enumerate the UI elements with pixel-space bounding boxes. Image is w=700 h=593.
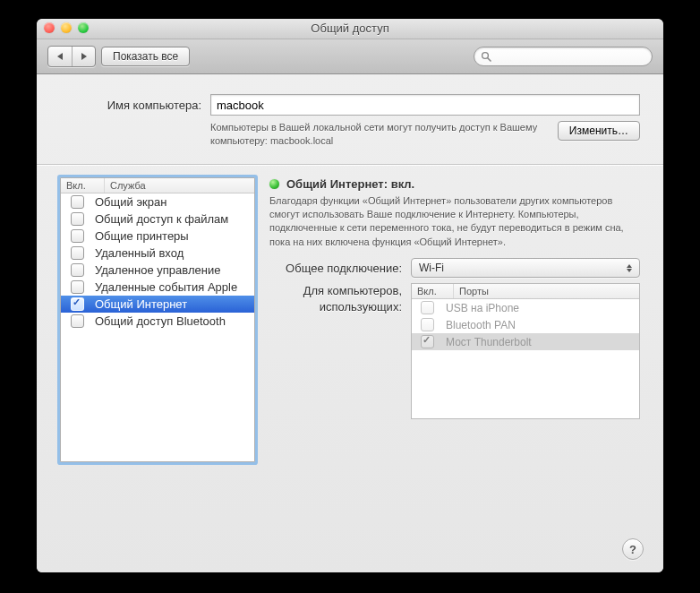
share-from-row: Общее подключение: Wi-Fi	[269, 258, 640, 278]
service-row[interactable]: Общий доступ к файлам	[61, 211, 254, 228]
computer-hint: Компьютеры в Вашей локальной сети могут …	[210, 121, 549, 148]
service-row[interactable]: Общий доступ Bluetooth	[61, 313, 254, 330]
service-row[interactable]: Общие принтеры	[61, 228, 254, 245]
computer-hint-row: Компьютеры в Вашей локальной сети могут …	[60, 121, 640, 148]
service-label: Удаленные события Apple	[93, 280, 254, 294]
service-checkbox[interactable]	[71, 314, 84, 328]
minimize-icon[interactable]	[61, 22, 72, 33]
port-checkbox[interactable]	[421, 335, 434, 348]
service-label: Общий доступ Bluetooth	[93, 314, 254, 328]
computer-name-input[interactable]	[210, 94, 640, 116]
port-checkbox[interactable]	[421, 318, 434, 331]
computer-name-label: Имя компьютера:	[60, 99, 201, 112]
detail-header: Общий Интернет: вкл.	[269, 177, 640, 191]
ports-header: Вкл. Порты	[412, 284, 639, 299]
service-checkbox[interactable]	[71, 297, 84, 311]
chevron-right-icon	[81, 53, 87, 60]
services-col-on: Вкл.	[61, 178, 105, 193]
detail-title: Общий Интернет: вкл.	[286, 177, 414, 191]
status-on-icon	[269, 179, 279, 189]
share-from-popup[interactable]: Wi-Fi	[411, 258, 640, 278]
ports-col-port: Порты	[454, 284, 639, 298]
service-checkbox[interactable]	[71, 246, 84, 260]
port-checkbox[interactable]	[421, 301, 434, 314]
services-body: Общий экранОбщий доступ к файламОбщие пр…	[61, 193, 254, 461]
port-row[interactable]: USB на iPhone	[412, 299, 639, 316]
service-detail: Общий Интернет: вкл. Благодаря функции «…	[269, 177, 640, 462]
footer: ?	[622, 538, 644, 560]
services-col-service: Служба	[105, 178, 254, 193]
detail-description: Благодаря функции «Общий Интернет» польз…	[269, 194, 640, 250]
titlebar: Общий доступ	[37, 19, 663, 39]
service-checkbox[interactable]	[71, 263, 84, 277]
service-row[interactable]: Общий Интернет	[61, 296, 254, 313]
port-row[interactable]: Мост Thunderbolt	[412, 333, 639, 350]
updown-icon	[623, 261, 636, 275]
port-row[interactable]: Bluetooth PAN	[412, 316, 639, 333]
service-row[interactable]: Удаленное управление	[61, 262, 254, 279]
services-header: Вкл. Служба	[61, 178, 254, 193]
port-label: Мост Thunderbolt	[442, 336, 639, 348]
svg-line-1	[488, 58, 491, 61]
svg-point-0	[482, 53, 489, 59]
nav-seg	[47, 46, 96, 67]
help-button[interactable]: ?	[622, 538, 644, 560]
prefs-window: Общий доступ Показать все Имя компьютера…	[37, 19, 663, 572]
service-row[interactable]: Удаленные события Apple	[61, 279, 254, 296]
service-label: Общий доступ к файлам	[93, 212, 254, 226]
chevron-left-icon	[57, 53, 63, 60]
toolbar: Показать все	[37, 39, 663, 74]
service-label: Удаленное управление	[93, 263, 254, 277]
back-button[interactable]	[48, 47, 72, 66]
ports-body: USB на iPhoneBluetooth PANМост Thunderbo…	[412, 299, 639, 350]
show-all-button[interactable]: Показать все	[101, 47, 190, 66]
close-icon[interactable]	[44, 22, 55, 33]
service-label: Общие принтеры	[93, 229, 254, 243]
window-title: Общий доступ	[311, 21, 388, 35]
ports-wrap: Вкл. Порты USB на iPhoneBluetooth PANМос…	[411, 283, 640, 419]
service-checkbox[interactable]	[71, 280, 84, 294]
main-split: Вкл. Служба Общий экранОбщий доступ к фа…	[60, 177, 640, 462]
services-table[interactable]: Вкл. Служба Общий экранОбщий доступ к фа…	[60, 177, 255, 462]
service-label: Общий Интернет	[93, 297, 254, 311]
share-from-label: Общее подключение:	[269, 262, 402, 275]
search-icon	[481, 51, 491, 62]
service-label: Общий экран	[93, 195, 254, 209]
search-input[interactable]	[474, 47, 653, 66]
service-checkbox[interactable]	[71, 229, 84, 243]
forward-button[interactable]	[72, 47, 95, 66]
port-label: USB на iPhone	[442, 302, 639, 314]
traffic-lights	[44, 22, 89, 33]
port-label: Bluetooth PAN	[442, 319, 639, 331]
service-row[interactable]: Общий экран	[61, 193, 254, 211]
share-to-row: Для компьютеров, использующих: Вкл. Порт…	[269, 283, 640, 419]
edit-button[interactable]: Изменить…	[558, 121, 640, 141]
share-to-label: Для компьютеров, использующих:	[269, 283, 402, 314]
service-checkbox[interactable]	[71, 195, 84, 209]
ports-col-on: Вкл.	[412, 284, 454, 298]
content: Имя компьютера: Компьютеры в Вашей локал…	[37, 74, 663, 572]
computer-name-row: Имя компьютера:	[60, 94, 640, 116]
divider	[37, 164, 663, 165]
service-checkbox[interactable]	[71, 212, 84, 226]
zoom-icon[interactable]	[78, 22, 89, 33]
service-label: Удаленный вход	[93, 246, 254, 260]
share-from-value: Wi-Fi	[419, 262, 444, 274]
service-row[interactable]: Удаленный вход	[61, 245, 254, 262]
ports-table[interactable]: Вкл. Порты USB на iPhoneBluetooth PANМос…	[411, 283, 640, 419]
search-wrap	[474, 47, 653, 66]
